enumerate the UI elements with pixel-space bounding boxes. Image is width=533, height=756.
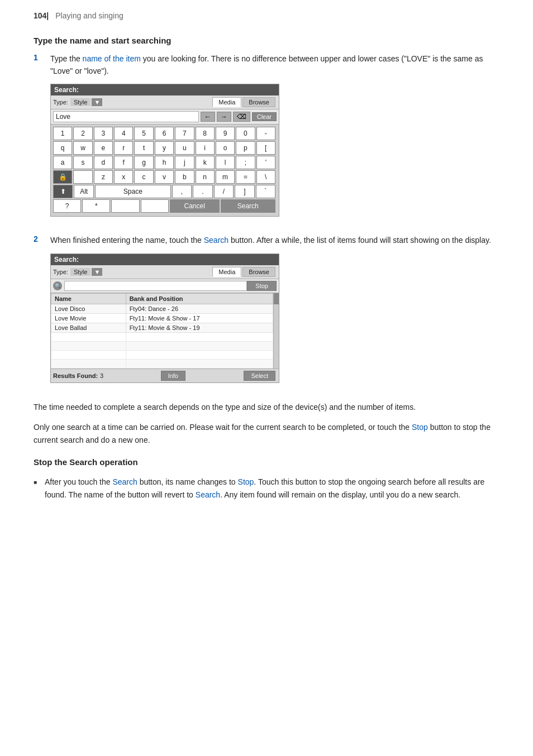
search-text-input[interactable]: Love	[53, 111, 199, 122]
page-number: 104|	[34, 11, 49, 20]
scrollbar[interactable]	[273, 293, 279, 369]
key-bracket-open[interactable]: [	[256, 141, 275, 155]
result-row-3[interactable]: Love Ballad Fty11: Movie & Show - 19	[51, 323, 273, 333]
scrollbar-thumb[interactable]	[274, 293, 279, 304]
item-number-1: 1	[34, 53, 50, 224]
kb-row-1: 1 2 3 4 5 6 7 8 9 0 -	[53, 127, 277, 140]
tab-media[interactable]: Media	[212, 97, 241, 107]
key-bracket-close[interactable]: ]	[235, 185, 254, 198]
key-backtick[interactable]: `	[256, 185, 275, 198]
key-o[interactable]: o	[216, 141, 235, 155]
key-l[interactable]: l	[216, 156, 235, 169]
key-4[interactable]: 4	[114, 127, 133, 140]
result-name-2: Love Movie	[51, 314, 126, 323]
tab-browse[interactable]: Browse	[242, 97, 275, 107]
key-quote[interactable]: '	[256, 156, 275, 169]
type-dropdown[interactable]: ▼	[92, 98, 102, 106]
info-button[interactable]: Info	[161, 371, 185, 381]
key-empty2	[111, 199, 139, 213]
result-row-2[interactable]: Love Movie Fty11: Movie & Show - 17	[51, 314, 273, 323]
key-9[interactable]: 9	[216, 127, 235, 140]
type-value: Style	[70, 98, 91, 106]
key-c[interactable]: c	[134, 170, 153, 184]
backspace-button[interactable]: ⌫	[233, 112, 250, 122]
item1-highlight: name of the item	[83, 54, 141, 63]
clear-button[interactable]: Clear	[252, 112, 277, 121]
key-backslash[interactable]: \	[256, 170, 275, 184]
key-3[interactable]: 3	[94, 127, 113, 140]
results-table: Name Bank and Position Love Disco Fty04:…	[51, 293, 273, 369]
key-period[interactable]: .	[193, 185, 212, 198]
key-comma[interactable]: ,	[172, 185, 192, 198]
results-footer: Results Found: 3 Info Select	[51, 369, 279, 382]
select-button[interactable]: Select	[244, 371, 275, 381]
key-d[interactable]: d	[94, 156, 113, 169]
key-slash[interactable]: /	[214, 185, 234, 198]
key-m[interactable]: m	[216, 170, 235, 184]
key-w[interactable]: w	[73, 141, 92, 155]
key-7[interactable]: 7	[175, 127, 194, 140]
key-equals[interactable]: =	[236, 170, 255, 184]
key-2[interactable]: 2	[73, 127, 92, 140]
cancel-button[interactable]: Cancel	[170, 199, 220, 213]
results-tab-browse[interactable]: Browse	[242, 267, 275, 277]
key-q[interactable]: q	[53, 141, 72, 155]
key-6[interactable]: 6	[155, 127, 174, 140]
key-lock[interactable]: 🔒	[53, 170, 72, 184]
item1-text-before: Type the	[50, 54, 83, 63]
results-type-dropdown[interactable]: ▼	[92, 268, 102, 276]
results-type-label: Type:	[53, 269, 68, 275]
result-name-3: Love Ballad	[51, 323, 126, 333]
numbered-item-2: 2 When finished entering the name, touch…	[34, 235, 499, 391]
key-0[interactable]: 0	[236, 127, 255, 140]
key-minus[interactable]: -	[256, 127, 275, 140]
key-shift[interactable]: ⬆	[53, 185, 73, 198]
results-type-value: Style	[70, 268, 91, 276]
item2-text: When finished entering the name, touch t…	[50, 235, 499, 247]
key-i[interactable]: i	[196, 141, 215, 155]
key-j[interactable]: j	[175, 156, 194, 169]
result-row-1[interactable]: Love Disco Fty04: Dance - 26	[51, 304, 273, 314]
key-5[interactable]: 5	[134, 127, 153, 140]
key-g[interactable]: g	[134, 156, 153, 169]
key-u[interactable]: u	[175, 141, 194, 155]
key-8[interactable]: 8	[196, 127, 215, 140]
key-question[interactable]: ?	[53, 199, 81, 213]
key-y[interactable]: y	[155, 141, 174, 155]
key-asterisk[interactable]: *	[82, 199, 110, 213]
key-f[interactable]: f	[114, 156, 133, 169]
key-x[interactable]: x	[114, 170, 133, 184]
key-alt[interactable]: Alt	[74, 185, 93, 198]
key-b[interactable]: b	[175, 170, 194, 184]
nav-left-button[interactable]: ←	[201, 112, 215, 122]
key-1[interactable]: 1	[53, 127, 72, 140]
bullet-after2: . Any item found will remain on the disp…	[220, 490, 460, 499]
bullet-before: After you touch the	[45, 477, 112, 486]
kb-row-5: ⬆ Alt Space , . / ] `	[53, 185, 277, 198]
key-e[interactable]: e	[94, 141, 113, 155]
p2-highlight: Stop	[412, 423, 428, 432]
results-table-container: Name Bank and Position Love Disco Fty04:…	[51, 293, 279, 369]
key-t[interactable]: t	[134, 141, 153, 155]
key-k[interactable]: k	[196, 156, 215, 169]
page-header: 104| Playing and singing	[34, 11, 499, 25]
key-semicolon[interactable]: ;	[236, 156, 255, 169]
key-v[interactable]: v	[155, 170, 174, 184]
results-tab-media[interactable]: Media	[212, 267, 241, 277]
kb-row-4: 🔒 z x c v b n m = \	[53, 170, 277, 184]
col-bank-header: Bank and Position	[126, 294, 273, 304]
search-button[interactable]: Search	[221, 199, 275, 213]
key-a[interactable]: a	[53, 156, 72, 169]
key-p[interactable]: p	[236, 141, 255, 155]
nav-right-button[interactable]: →	[217, 112, 231, 122]
key-s[interactable]: s	[73, 156, 92, 169]
key-space[interactable]: Space	[95, 185, 171, 198]
results-ui-header: Search:	[51, 254, 279, 265]
key-h[interactable]: h	[155, 156, 174, 169]
key-r[interactable]: r	[114, 141, 133, 155]
section2-heading: Stop the Search operation	[34, 457, 499, 467]
key-z[interactable]: z	[94, 170, 113, 184]
key-n[interactable]: n	[196, 170, 215, 184]
stop-button[interactable]: Stop	[247, 281, 277, 291]
results-found-label: Results Found:	[53, 372, 98, 379]
